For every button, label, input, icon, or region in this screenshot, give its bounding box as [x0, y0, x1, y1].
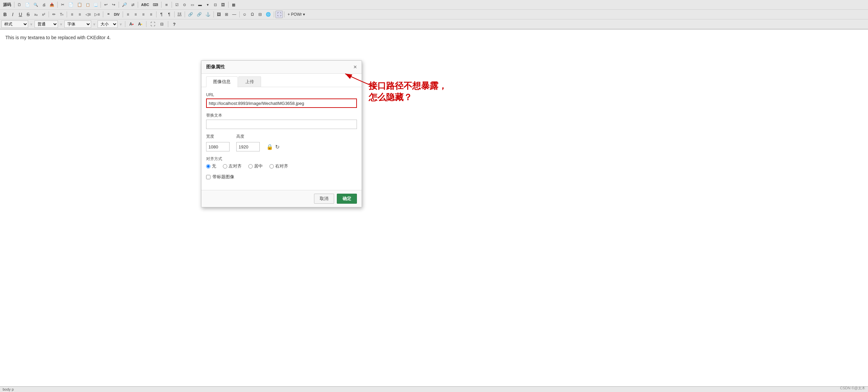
align-left-radio[interactable]: [223, 164, 227, 168]
textarea-btn[interactable]: ▬: [196, 1, 204, 8]
button-btn[interactable]: ⊡: [212, 1, 219, 8]
cut-btn[interactable]: ✂: [59, 1, 66, 8]
refresh-icon[interactable]: ↻: [275, 144, 279, 150]
align-center-option[interactable]: 居中: [248, 163, 263, 169]
special-btn[interactable]: Ω: [249, 11, 256, 18]
paste-word-btn[interactable]: 📃: [92, 1, 99, 8]
rtl-btn[interactable]: ¶: [165, 11, 173, 18]
indent-less-btn[interactable]: ◁≡: [84, 11, 93, 18]
copy-btn[interactable]: 📄: [67, 1, 75, 8]
hr-btn[interactable]: —: [230, 11, 238, 18]
strike-btn[interactable]: S: [25, 11, 32, 18]
align-none-option[interactable]: 无: [206, 163, 216, 169]
clear-format-btn[interactable]: Tx: [58, 11, 65, 18]
replace2-btn[interactable]: ⌨: [151, 1, 160, 8]
height-input[interactable]: [236, 142, 260, 152]
image-btn[interactable]: 🖼: [215, 11, 222, 18]
align-none-radio[interactable]: [206, 164, 211, 168]
align-left-label: 左对齐: [228, 163, 242, 169]
underline-btn[interactable]: U: [17, 11, 24, 18]
align-center-radio[interactable]: [248, 164, 253, 168]
caption-checkbox[interactable]: [206, 175, 211, 179]
size-select[interactable]: 大小: [97, 21, 118, 28]
align-row: 对齐方式 无 左对齐 居中 右对齐: [206, 156, 357, 169]
tab-upload[interactable]: 上传: [238, 76, 261, 87]
redo-btn[interactable]: ↪: [110, 1, 117, 8]
new-doc-btn[interactable]: 🗋: [16, 1, 23, 8]
more-btn[interactable]: ▩: [230, 1, 237, 8]
paste-text-btn[interactable]: 📋: [84, 1, 92, 8]
italic-btn[interactable]: I: [9, 11, 17, 18]
spell-btn[interactable]: ABC: [140, 1, 151, 8]
lock-icon[interactable]: 🔒: [267, 144, 273, 150]
maximize-btn[interactable]: ⛶: [276, 11, 283, 18]
print-btn[interactable]: 🖨: [40, 1, 48, 8]
replace-btn[interactable]: ⇄: [129, 1, 136, 8]
sep: [119, 2, 119, 8]
align-right-btn[interactable]: ≡: [140, 11, 147, 18]
checkbox-btn[interactable]: ☑: [173, 1, 181, 8]
table-btn[interactable]: ⊞: [223, 11, 230, 18]
width-input[interactable]: [206, 142, 229, 152]
radio-btn[interactable]: ⊙: [181, 1, 188, 8]
sub-btn[interactable]: x₂: [32, 11, 39, 18]
undo-btn[interactable]: ↩: [102, 1, 110, 8]
smiley-btn[interactable]: ☺: [241, 11, 248, 18]
tab-image-info[interactable]: 图像信息: [206, 76, 238, 87]
confirm-btn[interactable]: 确定: [337, 194, 357, 204]
align-right-radio[interactable]: [270, 164, 274, 168]
alt-input[interactable]: [206, 120, 357, 129]
indent-more-btn[interactable]: ▷≡: [93, 11, 101, 18]
editor-text: This is my textarea to be replaced with …: [5, 35, 863, 40]
align-left-option[interactable]: 左对齐: [223, 163, 242, 169]
paste-btn[interactable]: 📋: [75, 1, 84, 8]
language-btn[interactable]: 話: [176, 11, 183, 18]
sup-btn[interactable]: x²: [40, 11, 47, 18]
cancel-btn[interactable]: 取消: [314, 194, 334, 204]
url-label: URL: [206, 93, 357, 97]
align-right-option[interactable]: 右对齐: [270, 163, 288, 169]
sep: [103, 11, 103, 18]
unlink-btn[interactable]: 🔗: [195, 11, 204, 18]
annotation: 接口路径不想暴露， 怎么隐藏？: [369, 80, 447, 103]
align-left-btn[interactable]: ≡: [124, 11, 132, 18]
page-break-btn[interactable]: ⊟: [256, 11, 264, 18]
sep: [123, 11, 123, 18]
link-btn[interactable]: 🔗: [186, 11, 195, 18]
bold-btn[interactable]: B: [1, 11, 9, 18]
bg-color-btn[interactable]: A: [136, 21, 144, 28]
font-select[interactable]: 字体: [64, 21, 91, 28]
align-justify-btn[interactable]: ≡: [148, 11, 155, 18]
textfield-btn[interactable]: ▭: [189, 1, 196, 8]
select-btn[interactable]: ▾: [204, 1, 212, 8]
toolbar-row-3: 样式 ▾ 普通 ▾ 字体 ▾ 大小 ▾ A A ⛶ ⊟: [0, 20, 868, 29]
help-btn[interactable]: ?: [170, 21, 178, 28]
iframe-btn[interactable]: 🌐: [264, 11, 273, 18]
div-btn[interactable]: DIV: [112, 11, 121, 18]
find-btn[interactable]: 🔎: [120, 1, 129, 8]
anchor-btn[interactable]: ⚓: [204, 11, 212, 18]
font-color-btn[interactable]: A: [128, 21, 135, 28]
showblocks-btn[interactable]: ⊟: [158, 21, 165, 28]
image-btn2[interactable]: 🖼: [219, 1, 227, 8]
dialog-close-btn[interactable]: ×: [353, 64, 357, 70]
export-btn[interactable]: 📥: [48, 1, 56, 8]
ol-btn[interactable]: ≡: [68, 11, 76, 18]
ul-btn[interactable]: ≡: [76, 11, 84, 18]
poweredby-btn[interactable]: + POWr ▾: [286, 11, 307, 18]
maximize2-btn[interactable]: ⛶: [149, 21, 157, 28]
align-btn[interactable]: ≡: [163, 1, 170, 8]
format-select[interactable]: 普通: [34, 21, 58, 28]
sep: [57, 2, 58, 8]
sep: [67, 11, 67, 18]
url-input[interactable]: [206, 98, 357, 108]
style-select[interactable]: 样式: [1, 21, 28, 28]
remove-format-btn[interactable]: ✏: [50, 11, 58, 18]
ltr-btn[interactable]: ¶: [158, 11, 165, 18]
template-btn[interactable]: 📄: [24, 1, 31, 8]
blockquote-btn[interactable]: ❝: [104, 11, 112, 18]
watermark: CSDN ©@太木: [840, 386, 866, 391]
preview-btn[interactable]: 🔍: [32, 1, 40, 8]
align-center-btn[interactable]: ≡: [132, 11, 140, 18]
source-btn[interactable]: 源码: [1, 1, 13, 8]
